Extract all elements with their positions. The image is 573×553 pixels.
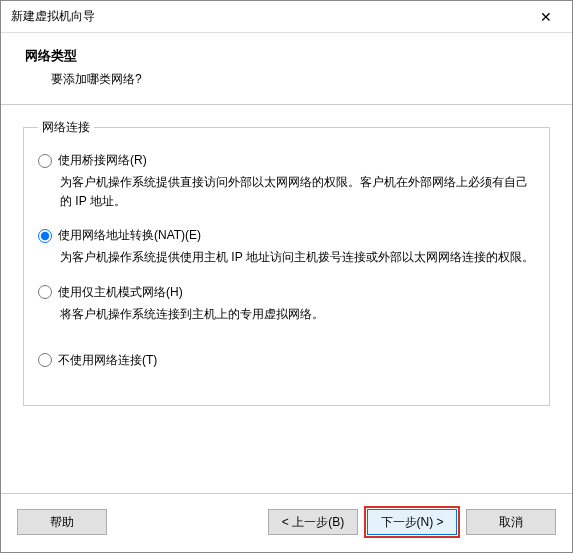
radio-label: 使用网络地址转换(NAT)(E): [58, 227, 201, 244]
wizard-header: 网络类型 要添加哪类网络?: [1, 33, 572, 105]
help-button[interactable]: 帮助: [17, 509, 107, 535]
radio-label: 使用仅主机模式网络(H): [58, 284, 183, 301]
window-title: 新建虚拟机向导: [11, 8, 530, 25]
option-none: 不使用网络连接(T): [38, 352, 535, 369]
radio-bridged[interactable]: [38, 154, 52, 168]
back-button[interactable]: < 上一步(B): [268, 509, 358, 535]
close-icon[interactable]: ✕: [530, 1, 562, 33]
radio-label: 使用桥接网络(R): [58, 152, 147, 169]
option-bridged: 使用桥接网络(R) 为客户机操作系统提供直接访问外部以太网网络的权限。客户机在外…: [38, 152, 535, 211]
option-nat: 使用网络地址转换(NAT)(E) 为客户机操作系统提供使用主机 IP 地址访问主…: [38, 227, 535, 267]
option-desc: 为客户机操作系统提供直接访问外部以太网网络的权限。客户机在外部网络上必须有自己的…: [38, 169, 535, 211]
next-button[interactable]: 下一步(N) >: [367, 509, 457, 535]
page-subtitle: 要添加哪类网络?: [25, 65, 548, 88]
radio-row-bridged[interactable]: 使用桥接网络(R): [38, 152, 535, 169]
wizard-content: 网络连接 使用桥接网络(R) 为客户机操作系统提供直接访问外部以太网网络的权限。…: [1, 105, 572, 493]
next-button-highlight: 下一步(N) >: [364, 506, 460, 538]
radio-row-nat[interactable]: 使用网络地址转换(NAT)(E): [38, 227, 535, 244]
option-desc: 将客户机操作系统连接到主机上的专用虚拟网络。: [38, 301, 535, 324]
radio-hostonly[interactable]: [38, 285, 52, 299]
network-connection-group: 网络连接 使用桥接网络(R) 为客户机操作系统提供直接访问外部以太网网络的权限。…: [23, 119, 550, 406]
wizard-dialog: 新建虚拟机向导 ✕ 网络类型 要添加哪类网络? 网络连接 使用桥接网络(R) 为…: [0, 0, 573, 553]
radio-row-none[interactable]: 不使用网络连接(T): [38, 352, 535, 369]
radio-nat[interactable]: [38, 229, 52, 243]
wizard-footer: 帮助 < 上一步(B) 下一步(N) > 取消: [1, 493, 572, 552]
titlebar: 新建虚拟机向导 ✕: [1, 1, 572, 33]
option-hostonly: 使用仅主机模式网络(H) 将客户机操作系统连接到主机上的专用虚拟网络。: [38, 284, 535, 324]
group-legend: 网络连接: [38, 119, 94, 136]
radio-none[interactable]: [38, 353, 52, 367]
page-title: 网络类型: [25, 47, 548, 65]
radio-label: 不使用网络连接(T): [58, 352, 157, 369]
radio-row-hostonly[interactable]: 使用仅主机模式网络(H): [38, 284, 535, 301]
cancel-button[interactable]: 取消: [466, 509, 556, 535]
option-desc: 为客户机操作系统提供使用主机 IP 地址访问主机拨号连接或外部以太网网络连接的权…: [38, 244, 535, 267]
